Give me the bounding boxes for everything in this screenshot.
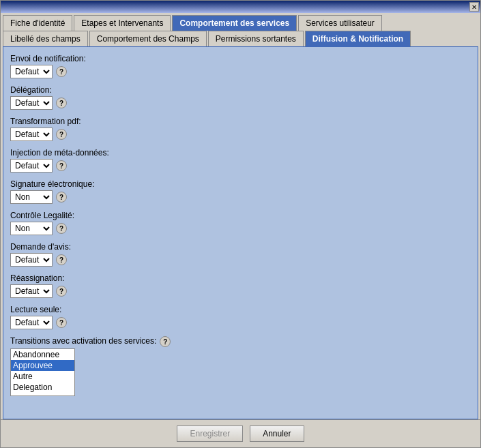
signature-label: Signature électronique: [10, 179, 471, 189]
reassignation-select[interactable]: Defaut Oui Non [10, 284, 53, 298]
transformation-pdf-help[interactable]: ? [56, 129, 67, 140]
field-signature: Signature électronique: Non Oui Defaut ? [10, 179, 471, 204]
field-transformation-pdf: Transformation pdf: Defaut Oui Non ? [10, 117, 471, 141]
list-item-approuvee[interactable]: Approuvee [11, 360, 74, 371]
injection-meta-select[interactable]: Defaut Oui Non [10, 159, 53, 173]
transformation-pdf-control: Defaut Oui Non ? [10, 128, 471, 141]
field-reassignation: Réassignation: Defaut Oui Non ? [10, 273, 471, 298]
injection-meta-label: Injection de méta-données: [10, 148, 471, 158]
field-controle-legalite: Contrôle Legalité: Non Oui Defaut ? [10, 211, 471, 235]
list-item-delegation[interactable]: Delegation [11, 382, 74, 393]
reassignation-help[interactable]: ? [56, 286, 67, 297]
reassignation-label: Réassignation: [10, 273, 471, 283]
demande-avis-help[interactable]: ? [56, 254, 67, 265]
envoi-notification-help[interactable]: ? [56, 66, 67, 77]
field-transitions: Transitions avec activation des services… [10, 336, 471, 396]
demande-avis-select[interactable]: Defaut Oui Non [10, 253, 53, 267]
field-envoi-notification: Envoi de notification: Defaut Oui Non ? [10, 54, 471, 78]
delegation-control: Defaut Oui Non ? [10, 96, 471, 110]
envoi-notification-label: Envoi de notification: [10, 54, 471, 63]
controle-legalite-label: Contrôle Legalité: [10, 211, 471, 220]
lecture-seule-control: Defaut Oui Non ? [10, 316, 471, 329]
envoi-notification-select[interactable]: Defaut Oui Non [10, 65, 53, 78]
injection-meta-help[interactable]: ? [56, 160, 67, 171]
controle-legalite-control: Non Oui Defaut ? [10, 222, 471, 235]
tab-libelle[interactable]: Libellé des champs [3, 31, 88, 46]
list-item-abandonnee[interactable]: Abandonnee [11, 349, 74, 360]
field-delegation: Délégation: Defaut Oui Non ? [10, 85, 471, 110]
field-injection-meta: Injection de méta-données: Defaut Oui No… [10, 148, 471, 173]
main-window: ✕ Fiche d'identité Etapes et Intervenant… [0, 0, 481, 448]
signature-help[interactable]: ? [56, 192, 67, 203]
save-button[interactable]: Enregistrer [177, 425, 243, 442]
tab-services[interactable]: Services utilisateur [298, 15, 382, 31]
tab-diffusion[interactable]: Diffusion & Notification [305, 31, 411, 46]
lecture-seule-help[interactable]: ? [56, 317, 67, 328]
demande-avis-control: Defaut Oui Non ? [10, 253, 471, 267]
content-area: Envoi de notification: Defaut Oui Non ? … [3, 46, 478, 419]
lecture-seule-label: Lecture seule: [10, 305, 471, 314]
signature-control: Non Oui Defaut ? [10, 190, 471, 204]
transitions-help[interactable]: ? [160, 336, 171, 347]
controle-legalite-help[interactable]: ? [56, 223, 67, 234]
transformation-pdf-select[interactable]: Defaut Oui Non [10, 128, 53, 141]
tab-permissions[interactable]: Permissions sortantes [208, 31, 304, 46]
tabs-row-2: Libellé des champs Comportement des Cham… [1, 31, 480, 46]
signature-select[interactable]: Non Oui Defaut [10, 190, 53, 204]
delegation-help[interactable]: ? [56, 98, 67, 108]
tabs-row-1: Fiche d'identité Etapes et Intervenants … [1, 13, 480, 31]
tab-comportement-champs[interactable]: Comportement des Champs [89, 31, 207, 46]
transitions-label: Transitions avec activation des services… [10, 336, 156, 346]
bottom-bar: Enregistrer Annuler [1, 419, 480, 447]
injection-meta-control: Defaut Oui Non ? [10, 159, 471, 173]
title-bar: ✕ [1, 1, 480, 13]
transitions-label-row: Transitions avec activation des services… [10, 336, 471, 347]
cancel-button[interactable]: Annuler [250, 425, 304, 442]
lecture-seule-select[interactable]: Defaut Oui Non [10, 316, 53, 329]
delegation-select[interactable]: Defaut Oui Non [10, 96, 53, 110]
close-button[interactable]: ✕ [469, 2, 479, 12]
transitions-listbox-container: Abandonnee Approuvee Autre Delegation [10, 348, 471, 396]
controle-legalite-select[interactable]: Non Oui Defaut [10, 222, 53, 235]
transitions-listbox[interactable]: Abandonnee Approuvee Autre Delegation [10, 348, 75, 396]
envoi-notification-control: Defaut Oui Non ? [10, 65, 471, 78]
transformation-pdf-label: Transformation pdf: [10, 117, 471, 126]
field-lecture-seule: Lecture seule: Defaut Oui Non ? [10, 305, 471, 329]
tab-comportement[interactable]: Comportement des services [172, 15, 297, 31]
field-demande-avis: Demande d'avis: Defaut Oui Non ? [10, 242, 471, 267]
list-item-autre[interactable]: Autre [11, 371, 74, 382]
tab-fiche[interactable]: Fiche d'identité [3, 15, 72, 31]
demande-avis-label: Demande d'avis: [10, 242, 471, 252]
reassignation-control: Defaut Oui Non ? [10, 284, 471, 298]
delegation-label: Délégation: [10, 85, 471, 95]
tab-etapes[interactable]: Etapes et Intervenants [74, 15, 171, 31]
